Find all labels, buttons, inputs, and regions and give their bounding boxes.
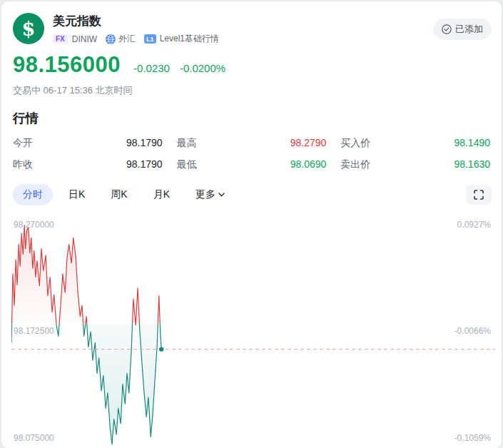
price-row: 98.156000 -0.0230 -0.0200% — [13, 52, 490, 78]
quote-label: 今开 — [13, 137, 33, 150]
quote-label: 卖出价 — [340, 158, 370, 171]
tab-分时[interactable]: 分时 — [13, 184, 53, 205]
fx-badge: FX — [53, 34, 68, 44]
quote-item: 最低98.0690 — [177, 158, 327, 171]
header: $ 美元指数 FX DINIW 外汇 L1 Level1基础行情 — [13, 13, 492, 45]
tab-label: 分时 — [23, 188, 43, 201]
symbol-code: DINIW — [72, 34, 97, 44]
instrument-card: $ 美元指数 FX DINIW 外汇 L1 Level1基础行情 — [1, 1, 502, 448]
quote-label: 最高 — [177, 137, 197, 150]
last-price: 98.156000 — [13, 52, 121, 78]
tabs: 分时日K周K月K更多 — [13, 184, 240, 205]
header-main: 美元指数 FX DINIW 外汇 L1 Level1基础行情 — [53, 13, 433, 45]
quote-item: 最高98.2790 — [177, 137, 327, 150]
price-chart-canvas[interactable] — [11, 208, 495, 448]
quote-item: 买入价98.1490 — [340, 137, 490, 150]
level-label: Level1基础行情 — [160, 33, 219, 45]
price-line-up — [11, 225, 161, 444]
tab-label: 周K — [111, 188, 127, 201]
quote-value: 98.1490 — [454, 137, 490, 150]
level1-badge: L1 — [144, 34, 156, 44]
tag-row: FX DINIW 外汇 L1 Level1基础行情 — [53, 33, 433, 45]
tab-label: 日K — [68, 188, 85, 201]
tab-周K[interactable]: 周K — [101, 184, 137, 205]
price-chart[interactable]: 98.2700000.0927%98.172500-0.0066%98.0750… — [11, 208, 492, 448]
chevron-down-icon — [218, 193, 225, 197]
tab-日K[interactable]: 日K — [59, 184, 95, 205]
quote-value: 98.1790 — [126, 137, 163, 150]
added-button-label: 已添加 — [455, 23, 483, 36]
tab-月K[interactable]: 月K — [143, 184, 180, 205]
quote-label: 买入价 — [340, 137, 370, 150]
dollar-circle-icon: $ — [13, 13, 44, 44]
market-label: 外汇 — [118, 33, 136, 45]
tab-label: 月K — [153, 188, 170, 201]
last-price-dot — [159, 347, 163, 351]
quote-item: 昨收98.1790 — [13, 158, 163, 171]
tab-更多[interactable]: 更多 — [186, 184, 235, 205]
quote-label: 最低 — [177, 158, 197, 171]
quote-label: 昨收 — [13, 158, 33, 171]
quote-value: 98.1630 — [454, 158, 490, 171]
quote-value: 98.1790 — [126, 158, 163, 171]
trading-status: 交易中 06-17 15:36 北京时间 — [13, 84, 490, 97]
fullscreen-icon — [474, 190, 484, 200]
quote-value: 98.0690 — [290, 158, 327, 171]
quote-value: 98.2790 — [290, 137, 327, 150]
check-circle-icon — [442, 24, 452, 34]
quote-item: 今开98.1790 — [13, 137, 163, 150]
price-change: -0.0230 — [133, 62, 170, 74]
quote-grid: 今开98.1790最高98.2790买入价98.1490昨收98.1790最低9… — [13, 137, 490, 171]
chart-tabbar: 分时日K周K月K更多 — [13, 184, 492, 205]
globe-icon — [106, 34, 116, 44]
fullscreen-button[interactable] — [466, 185, 492, 205]
tab-label: 更多 — [195, 188, 215, 201]
page-title: 美元指数 — [53, 13, 433, 30]
price-change-pct: -0.0200% — [180, 62, 225, 74]
added-button[interactable]: 已添加 — [433, 19, 492, 40]
quote-item: 卖出价98.1630 — [340, 158, 490, 171]
section-title-quotes: 行情 — [13, 110, 490, 127]
